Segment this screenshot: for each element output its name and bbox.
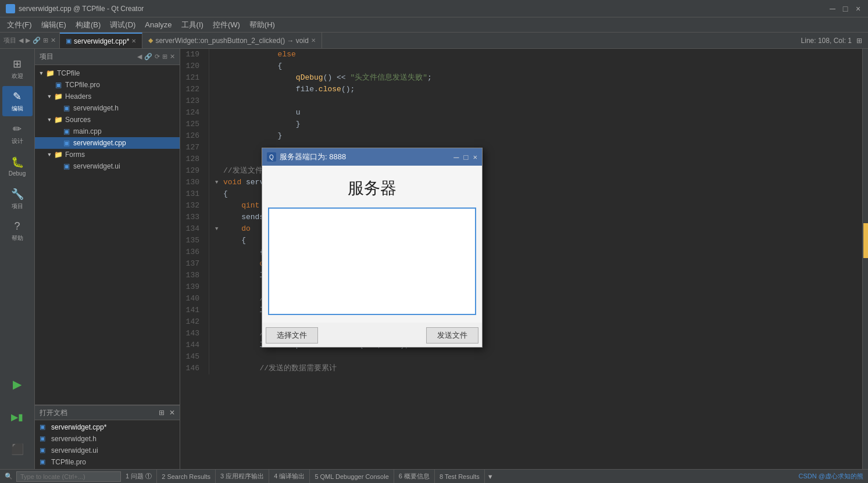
tab-nav-arrow-left[interactable]: ◀ [19, 37, 23, 44]
menu-controls[interactable]: 控件(W) [208, 19, 245, 31]
doc-item-serverwidgetcpp[interactable]: ▣ serverwidget.cpp* [35, 421, 180, 433]
tab-function[interactable]: ◆ serverWidget::on_pushButton_2_clicked(… [142, 33, 322, 48]
icon-run[interactable]: ▶ [2, 369, 33, 399]
sidebar-header: 项目 ◀ 🔗 ⟳ ⊞ ✕ [35, 49, 180, 65]
code-line-124: u [215, 107, 868, 119]
tree-label-maincpp: main.cpp [73, 127, 102, 135]
doc-item-tcpfilepro[interactable]: ▣ TCPfile.pro [35, 456, 180, 468]
dialog-close[interactable]: × [473, 153, 477, 162]
doc-item-serverwidgetui[interactable]: ▣ serverwidget.ui [35, 445, 180, 456]
tab-nav-close[interactable]: ✕ [51, 37, 56, 44]
tab-close-button[interactable]: ✕ [131, 38, 136, 44]
status-test-results[interactable]: 8 Test Results [435, 470, 485, 483]
sidebar-tool-close[interactable]: ⊞ [162, 53, 167, 60]
line-col-text: Line: 108, Col: 1 [801, 37, 852, 45]
tab-nav-arrow-right[interactable]: ▶ [26, 37, 30, 44]
tab-fn-close-button[interactable]: ✕ [311, 37, 316, 44]
minimize-button[interactable]: ─ [828, 5, 837, 13]
tree-item-serverwidgetui[interactable]: ▣ serverwidget.ui [35, 160, 180, 172]
title-text: serverwidget.cpp @ TCPfile - Qt Creator [19, 5, 144, 13]
open-docs-close[interactable]: ✕ [169, 409, 175, 417]
menu-build[interactable]: 构建(B) [71, 19, 105, 31]
status-app-output[interactable]: 3 应用程序输出 [216, 470, 269, 483]
expand-icon[interactable]: ⊞ [856, 37, 862, 45]
code-line-121: qDebug() << "头文件信息发送失败"; [215, 72, 868, 84]
menu-file[interactable]: 文件(F) [2, 19, 37, 31]
code-line-122: file.close(); [215, 84, 868, 95]
status-dropdown[interactable]: ▼ [487, 473, 494, 480]
tree-item-forms[interactable]: ▼ 📁 Forms [35, 149, 180, 160]
design-label: 设计 [12, 137, 23, 145]
menu-debug[interactable]: 调试(D) [105, 19, 140, 31]
app-icon [6, 4, 15, 13]
doc-item-serverwidgeth[interactable]: ▣ serverwidget.h [35, 433, 180, 445]
window-controls: ─ □ × [828, 5, 862, 13]
dialog-textarea[interactable] [268, 207, 476, 315]
icon-debug[interactable]: 🐛 Debug [2, 151, 33, 181]
tree-label-serverwidgetui: serverwidget.ui [73, 162, 120, 170]
project-tree: ▼ 📁 TCPfile ▣ TCPfile.pro ▼ 📁 Headers [35, 65, 180, 405]
status-search-results[interactable]: 2 Search Results [157, 470, 216, 483]
file-icon-serverwidgetcpp: ▣ [62, 138, 71, 148]
tree-item-maincpp[interactable]: ▣ main.cpp [35, 126, 180, 137]
status-search-input[interactable] [16, 471, 121, 482]
sidebar-tool-pin[interactable]: ✕ [170, 53, 175, 60]
icon-stop[interactable]: ⬛ [2, 434, 33, 464]
folder-icon-sources: 📁 [53, 115, 63, 124]
menu-bar: 文件(F) 编辑(E) 构建(B) 调试(D) Analyze 工具(I) 控件… [0, 17, 868, 33]
file-icon-tcpfilepro: ▣ [53, 80, 63, 90]
sidebar-tool-link[interactable]: 🔗 [144, 53, 152, 60]
tab-nav-link[interactable]: 🔗 [33, 37, 41, 44]
tree-label-sources: Sources [65, 116, 91, 124]
dialog-app-icon: Q [267, 152, 276, 162]
code-line-125: } [215, 119, 868, 130]
send-file-button[interactable]: 发送文件 [426, 327, 478, 344]
menu-tools[interactable]: 工具(I) [177, 19, 208, 31]
open-docs-title: 打开文档 [40, 408, 67, 418]
main-layout: ⊞ 欢迎 ✎ 编辑 ✏ 设计 🐛 Debug 🔧 项目 ? 帮助 ▶ [0, 49, 868, 469]
sidebar-tool-sync[interactable]: ⟳ [155, 53, 160, 60]
menu-edit[interactable]: 编辑(E) [37, 19, 71, 31]
icon-welcome[interactable]: ⊞ 欢迎 [2, 53, 33, 84]
folder-icon-headers: 📁 [53, 92, 63, 101]
tree-item-serverwidgetcpp[interactable]: ▣ serverwidget.cpp [35, 137, 180, 149]
tree-item-tcpfile[interactable]: ▼ 📁 TCPfile [35, 67, 180, 79]
menu-analyze[interactable]: Analyze [140, 19, 176, 30]
icon-help[interactable]: ? 帮助 [2, 216, 33, 246]
debug-label: Debug [9, 170, 26, 177]
maximize-button[interactable]: □ [841, 5, 849, 13]
status-overview[interactable]: 6 概要信息 [394, 470, 435, 483]
icon-project[interactable]: 🔧 项目 [2, 184, 33, 214]
tree-item-serverwidgeth[interactable]: ▣ serverwidget.h [35, 102, 180, 114]
icon-design[interactable]: ✏ 设计 [2, 119, 33, 149]
code-line-119: else [215, 49, 868, 60]
close-button[interactable]: × [854, 5, 862, 13]
status-qml-debugger[interactable]: 5 QML Debugger Console [310, 470, 394, 483]
status-bar: 🔍 1 问题 ① 2 Search Results 3 应用程序输出 4 编译输… [0, 469, 868, 483]
menu-help[interactable]: 帮助(H) [245, 19, 280, 31]
tree-item-sources[interactable]: ▼ 📁 Sources [35, 114, 180, 126]
project-icon: 🔧 [11, 188, 24, 201]
dialog-title-text: 服务器端口为: 8888 [280, 152, 346, 162]
csdn-label: CSDN @虚心求知的熊 [799, 473, 863, 480]
tab-nav-split[interactable]: ⊞ [43, 37, 48, 44]
tree-arrow-sources: ▼ [45, 117, 53, 123]
status-problems[interactable]: 1 问题 ① [121, 470, 157, 483]
status-compile-output[interactable]: 4 编译输出 [269, 470, 310, 483]
tab-serverwidget-cpp[interactable]: ▣ serverwidget.cpp* ✕ [60, 33, 142, 48]
doc-label-4: TCPfile.pro [51, 458, 86, 466]
sidebar-tool-arrow[interactable]: ◀ [137, 53, 142, 60]
tab-nav-left: 项目 ◀ ▶ 🔗 ⊞ ✕ [0, 33, 60, 48]
icon-debug-run[interactable]: ▶▮ [2, 402, 33, 432]
tree-item-headers[interactable]: ▼ 📁 Headers [35, 91, 180, 102]
icon-edit[interactable]: ✎ 编辑 [2, 86, 33, 116]
dialog-minimize[interactable]: ─ [453, 153, 459, 162]
folder-icon-tcpfile: 📁 [45, 69, 55, 78]
dialog-maximize[interactable]: □ [464, 153, 469, 162]
editor-area: 119 120 121 122 123 124 125 126 127 128 … [180, 49, 868, 469]
tree-item-tcpfilepro[interactable]: ▣ TCPfile.pro [35, 79, 180, 91]
select-file-button[interactable]: 选择文件 [266, 327, 318, 344]
open-docs-pin[interactable]: ⊞ [159, 409, 165, 417]
file-icon-maincpp: ▣ [62, 127, 71, 136]
editor-scrollbar[interactable] [862, 49, 868, 469]
